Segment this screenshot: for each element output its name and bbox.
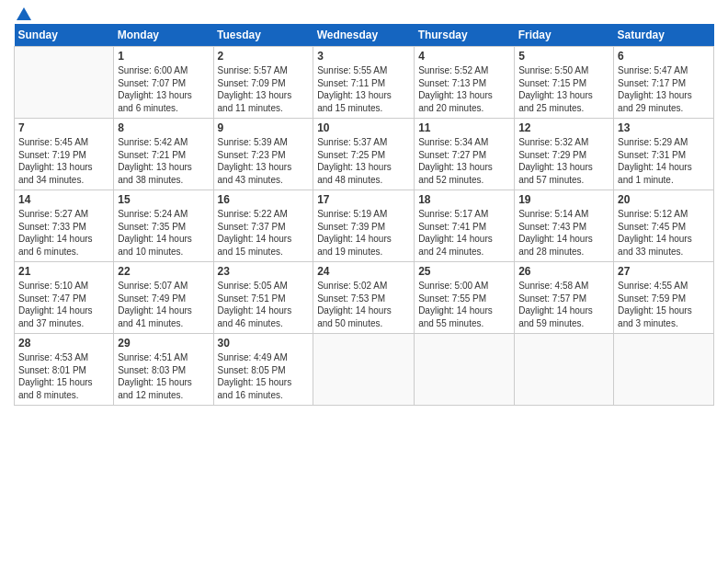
day-cell: 13Sunrise: 5:29 AM Sunset: 7:31 PM Dayli… xyxy=(614,119,714,190)
day-cell: 23Sunrise: 5:05 AM Sunset: 7:51 PM Dayli… xyxy=(213,262,313,334)
day-info: Sunrise: 5:07 AM Sunset: 7:49 PM Dayligh… xyxy=(118,280,209,329)
day-cell: 24Sunrise: 5:02 AM Sunset: 7:53 PM Dayli… xyxy=(313,262,415,334)
header xyxy=(14,9,714,17)
logo-triangle-icon xyxy=(17,7,31,20)
day-info: Sunrise: 5:57 AM Sunset: 7:09 PM Dayligh… xyxy=(218,64,310,114)
day-cell: 26Sunrise: 4:58 AM Sunset: 7:57 PM Dayli… xyxy=(515,262,614,334)
day-number: 8 xyxy=(118,121,209,134)
day-info: Sunrise: 4:58 AM Sunset: 7:57 PM Dayligh… xyxy=(518,280,609,329)
day-number: 11 xyxy=(418,121,510,134)
day-number: 18 xyxy=(418,193,510,206)
weekday-header-monday: Monday xyxy=(114,24,213,47)
day-cell: 14Sunrise: 5:27 AM Sunset: 7:33 PM Dayli… xyxy=(15,190,114,262)
day-info: Sunrise: 5:34 AM Sunset: 7:27 PM Dayligh… xyxy=(418,136,510,186)
day-cell: 12Sunrise: 5:32 AM Sunset: 7:29 PM Dayli… xyxy=(515,119,614,190)
day-number: 7 xyxy=(18,121,109,134)
day-cell: 28Sunrise: 4:53 AM Sunset: 8:01 PM Dayli… xyxy=(15,334,114,406)
day-cell: 8Sunrise: 5:42 AM Sunset: 7:21 PM Daylig… xyxy=(114,119,213,190)
day-info: Sunrise: 4:55 AM Sunset: 7:59 PM Dayligh… xyxy=(618,280,710,329)
day-info: Sunrise: 5:42 AM Sunset: 7:21 PM Dayligh… xyxy=(118,136,209,186)
day-number: 16 xyxy=(218,193,310,206)
day-info: Sunrise: 4:49 AM Sunset: 8:05 PM Dayligh… xyxy=(218,351,310,401)
day-number: 13 xyxy=(618,121,710,134)
day-cell xyxy=(415,334,515,406)
day-cell: 1Sunrise: 6:00 AM Sunset: 7:07 PM Daylig… xyxy=(114,47,213,119)
day-cell: 5Sunrise: 5:50 AM Sunset: 7:15 PM Daylig… xyxy=(515,47,614,119)
day-info: Sunrise: 5:02 AM Sunset: 7:53 PM Dayligh… xyxy=(317,280,410,329)
weekday-header-saturday: Saturday xyxy=(614,24,714,47)
day-info: Sunrise: 5:17 AM Sunset: 7:41 PM Dayligh… xyxy=(418,208,510,258)
day-number: 29 xyxy=(118,337,209,350)
day-info: Sunrise: 5:14 AM Sunset: 7:43 PM Dayligh… xyxy=(518,208,609,258)
day-number: 9 xyxy=(218,121,310,134)
day-info: Sunrise: 5:29 AM Sunset: 7:31 PM Dayligh… xyxy=(618,136,710,186)
day-number: 23 xyxy=(218,265,310,278)
day-number: 5 xyxy=(518,50,609,63)
day-number: 12 xyxy=(518,121,609,134)
day-number: 19 xyxy=(518,193,609,206)
day-cell: 25Sunrise: 5:00 AM Sunset: 7:55 PM Dayli… xyxy=(415,262,515,334)
week-row-3: 14Sunrise: 5:27 AM Sunset: 7:33 PM Dayli… xyxy=(15,190,714,262)
day-number: 22 xyxy=(118,265,209,278)
day-info: Sunrise: 5:19 AM Sunset: 7:39 PM Dayligh… xyxy=(317,208,410,258)
day-number: 4 xyxy=(418,50,510,63)
day-number: 20 xyxy=(618,193,710,206)
day-cell: 2Sunrise: 5:57 AM Sunset: 7:09 PM Daylig… xyxy=(213,47,313,119)
day-cell: 4Sunrise: 5:52 AM Sunset: 7:13 PM Daylig… xyxy=(415,47,515,119)
calendar-page: SundayMondayTuesdayWednesdayThursdayFrid… xyxy=(0,0,728,563)
weekday-header-sunday: Sunday xyxy=(15,24,114,47)
day-info: Sunrise: 5:12 AM Sunset: 7:45 PM Dayligh… xyxy=(618,208,710,258)
day-number: 28 xyxy=(18,337,109,350)
day-number: 24 xyxy=(317,265,410,278)
day-info: Sunrise: 5:00 AM Sunset: 7:55 PM Dayligh… xyxy=(418,280,510,329)
day-cell: 7Sunrise: 5:45 AM Sunset: 7:19 PM Daylig… xyxy=(15,119,114,190)
day-info: Sunrise: 5:27 AM Sunset: 7:33 PM Dayligh… xyxy=(18,208,109,258)
week-row-2: 7Sunrise: 5:45 AM Sunset: 7:19 PM Daylig… xyxy=(15,119,714,190)
day-info: Sunrise: 5:50 AM Sunset: 7:15 PM Dayligh… xyxy=(518,64,609,114)
weekday-header-friday: Friday xyxy=(515,24,614,47)
day-number: 15 xyxy=(118,193,209,206)
week-row-4: 21Sunrise: 5:10 AM Sunset: 7:47 PM Dayli… xyxy=(15,262,714,334)
day-cell: 9Sunrise: 5:39 AM Sunset: 7:23 PM Daylig… xyxy=(213,119,313,190)
day-info: Sunrise: 5:37 AM Sunset: 7:25 PM Dayligh… xyxy=(317,136,410,186)
day-cell xyxy=(515,334,614,406)
day-cell: 22Sunrise: 5:07 AM Sunset: 7:49 PM Dayli… xyxy=(114,262,213,334)
day-cell: 27Sunrise: 4:55 AM Sunset: 7:59 PM Dayli… xyxy=(614,262,714,334)
day-cell: 30Sunrise: 4:49 AM Sunset: 8:05 PM Dayli… xyxy=(213,334,313,406)
day-info: Sunrise: 5:52 AM Sunset: 7:13 PM Dayligh… xyxy=(418,64,510,114)
day-info: Sunrise: 5:22 AM Sunset: 7:37 PM Dayligh… xyxy=(218,208,310,258)
weekday-header-wednesday: Wednesday xyxy=(313,24,415,47)
day-number: 2 xyxy=(218,50,310,63)
logo xyxy=(14,9,31,17)
calendar-table: SundayMondayTuesdayWednesdayThursdayFrid… xyxy=(14,24,714,406)
weekday-header-thursday: Thursday xyxy=(415,24,515,47)
day-cell: 15Sunrise: 5:24 AM Sunset: 7:35 PM Dayli… xyxy=(114,190,213,262)
day-info: Sunrise: 5:45 AM Sunset: 7:19 PM Dayligh… xyxy=(18,136,109,186)
day-cell: 19Sunrise: 5:14 AM Sunset: 7:43 PM Dayli… xyxy=(515,190,614,262)
day-number: 3 xyxy=(317,50,410,63)
day-info: Sunrise: 5:47 AM Sunset: 7:17 PM Dayligh… xyxy=(618,64,710,114)
day-info: Sunrise: 4:51 AM Sunset: 8:03 PM Dayligh… xyxy=(118,351,209,401)
day-info: Sunrise: 5:05 AM Sunset: 7:51 PM Dayligh… xyxy=(218,280,310,329)
weekday-header-tuesday: Tuesday xyxy=(213,24,313,47)
weekday-header-row: SundayMondayTuesdayWednesdayThursdayFrid… xyxy=(15,24,714,47)
day-info: Sunrise: 5:32 AM Sunset: 7:29 PM Dayligh… xyxy=(518,136,609,186)
day-cell: 16Sunrise: 5:22 AM Sunset: 7:37 PM Dayli… xyxy=(213,190,313,262)
day-info: Sunrise: 5:55 AM Sunset: 7:11 PM Dayligh… xyxy=(317,64,410,114)
day-number: 30 xyxy=(218,337,310,350)
day-cell xyxy=(313,334,415,406)
day-number: 21 xyxy=(18,265,109,278)
day-number: 6 xyxy=(618,50,710,63)
day-number: 27 xyxy=(618,265,710,278)
day-cell: 29Sunrise: 4:51 AM Sunset: 8:03 PM Dayli… xyxy=(114,334,213,406)
day-info: Sunrise: 5:39 AM Sunset: 7:23 PM Dayligh… xyxy=(218,136,310,186)
day-cell xyxy=(15,47,114,119)
day-cell: 18Sunrise: 5:17 AM Sunset: 7:41 PM Dayli… xyxy=(415,190,515,262)
day-cell: 10Sunrise: 5:37 AM Sunset: 7:25 PM Dayli… xyxy=(313,119,415,190)
day-number: 10 xyxy=(317,121,410,134)
day-number: 17 xyxy=(317,193,410,206)
day-number: 1 xyxy=(118,50,209,63)
week-row-5: 28Sunrise: 4:53 AM Sunset: 8:01 PM Dayli… xyxy=(15,334,714,406)
day-number: 14 xyxy=(18,193,109,206)
day-cell: 17Sunrise: 5:19 AM Sunset: 7:39 PM Dayli… xyxy=(313,190,415,262)
